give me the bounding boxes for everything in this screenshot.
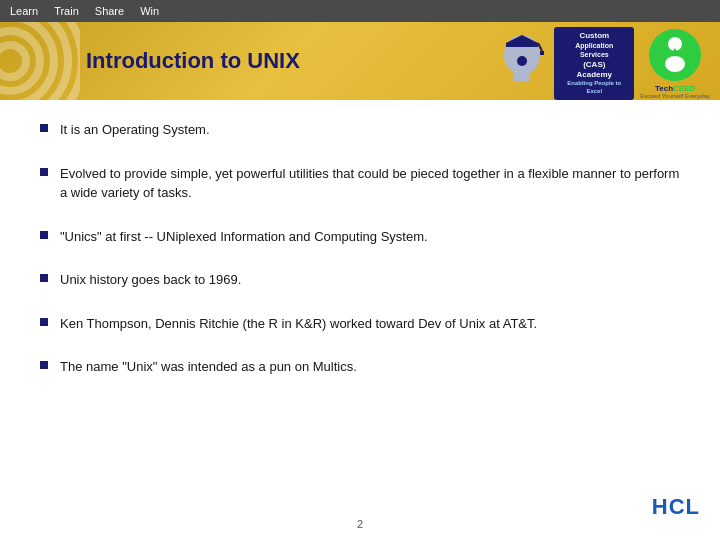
- svg-point-3: [0, 31, 40, 91]
- bullet-item-3: "Unics" at first -- UNiplexed Informatio…: [40, 227, 680, 247]
- bullet-square-2: [40, 168, 48, 176]
- svg-point-14: [665, 56, 685, 72]
- svg-point-11: [517, 56, 527, 66]
- page-number: 2: [357, 518, 363, 530]
- logos-area: Custom Application Services (CAS) Academ…: [496, 27, 710, 100]
- techceed-logo: TechCEED Exceed Yourself Everyday: [640, 28, 710, 99]
- svg-marker-8: [506, 35, 538, 43]
- bullet-square-5: [40, 318, 48, 326]
- svg-rect-10: [540, 51, 544, 55]
- bullet-item-4: Unix history goes back to 1969.: [40, 270, 680, 290]
- header: Introduction to UNIX Custom Application …: [0, 22, 720, 100]
- svg-rect-6: [514, 71, 530, 81]
- menu-item-learn[interactable]: Learn: [10, 5, 38, 17]
- hcl-logo: HCL: [652, 494, 700, 520]
- bullet-text-4: Unix history goes back to 1969.: [60, 270, 241, 290]
- bullet-text-3: "Unics" at first -- UNiplexed Informatio…: [60, 227, 428, 247]
- cas-line2: Application Services: [560, 41, 628, 59]
- menu-item-share[interactable]: Share: [95, 5, 124, 17]
- bullet-square-1: [40, 124, 48, 132]
- bullet-square-4: [40, 274, 48, 282]
- techceed-badge-svg: [648, 28, 703, 83]
- brain-icon: [496, 33, 548, 93]
- svg-rect-7: [506, 43, 538, 47]
- content-area: It is an Operating System. Evolved to pr…: [0, 100, 720, 411]
- bullet-text-5: Ken Thompson, Dennis Ritchie (the R in K…: [60, 314, 537, 334]
- cas-line4: Academy: [560, 70, 628, 80]
- bullet-text-2: Evolved to provide simple, yet powerful …: [60, 164, 680, 203]
- bullet-text-1: It is an Operating System.: [60, 120, 210, 140]
- bullet-item-6: The name "Unix" was intended as a pun on…: [40, 357, 680, 377]
- bullet-square-6: [40, 361, 48, 369]
- cas-logo: Custom Application Services (CAS) Academ…: [554, 27, 634, 100]
- deco-circles: [0, 22, 80, 100]
- menu-item-win[interactable]: Win: [140, 5, 159, 17]
- page-title: Introduction to UNIX: [86, 48, 300, 74]
- bullet-square-3: [40, 231, 48, 239]
- bullet-text-6: The name "Unix" was intended as a pun on…: [60, 357, 357, 377]
- bullet-item-5: Ken Thompson, Dennis Ritchie (the R in K…: [40, 314, 680, 334]
- cas-line3: (CAS): [560, 60, 628, 70]
- menu-item-train[interactable]: Train: [54, 5, 79, 17]
- cas-line1: Custom: [560, 31, 628, 41]
- svg-point-4: [0, 45, 26, 77]
- footer: 2 HCL: [0, 518, 720, 530]
- cas-line5: Enabling People to Excel: [560, 80, 628, 96]
- menu-bar: Learn Train Share Win: [0, 0, 720, 22]
- bullet-item-2: Evolved to provide simple, yet powerful …: [40, 164, 680, 203]
- bullet-item-1: It is an Operating System.: [40, 120, 680, 140]
